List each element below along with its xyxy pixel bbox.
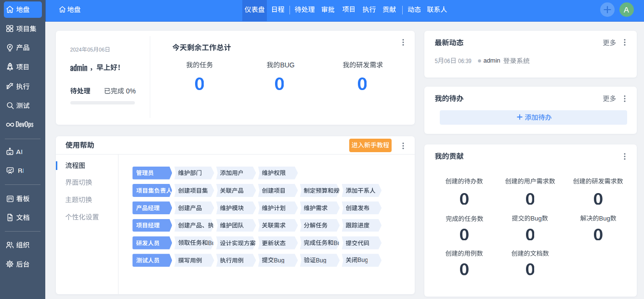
svg-text:A: A bbox=[624, 7, 629, 13]
svg-text:06:39: 06:39 bbox=[458, 58, 472, 64]
svg-text:Bug: Bug bbox=[357, 257, 368, 263]
svg-text:BUG: BUG bbox=[280, 62, 294, 68]
svg-text:BI: BI bbox=[18, 168, 24, 173]
svg-text:5: 5 bbox=[435, 58, 438, 64]
svg-text:AI: AI bbox=[16, 149, 22, 155]
svg-text:0%: 0% bbox=[126, 88, 136, 94]
svg-text:Bug: Bug bbox=[531, 215, 542, 222]
svg-text:Bug: Bug bbox=[599, 215, 610, 222]
svg-text:06: 06 bbox=[444, 58, 450, 64]
svg-text:admin: admin bbox=[484, 58, 500, 63]
svg-text:Bug: Bug bbox=[315, 257, 326, 263]
svg-text:05: 05 bbox=[87, 47, 93, 52]
svg-text:2024: 2024 bbox=[70, 47, 82, 52]
svg-text:Bug: Bug bbox=[274, 257, 284, 263]
svg-text:06: 06 bbox=[99, 47, 105, 52]
